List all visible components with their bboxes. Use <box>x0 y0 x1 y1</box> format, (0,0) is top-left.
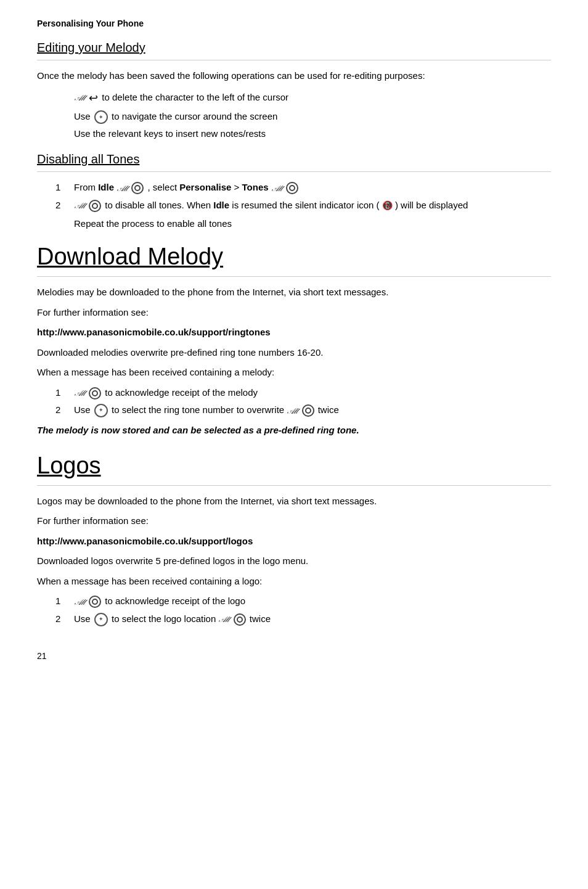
soft-key-icon-1: 𝒜𝓁𝓉 <box>75 92 84 105</box>
nav-icon-2 <box>94 404 108 417</box>
editing-melody-section: Editing your Melody Once the melody has … <box>37 41 551 141</box>
logo-step-2-content: Use to select the logo location 𝒜𝓁𝓉 twic… <box>74 612 551 626</box>
soft-key-icon-7: 𝒜𝓁𝓉 <box>75 596 84 608</box>
disabling-tones-heading: Disabling all Tones <box>37 152 551 166</box>
soft-key-icon-3: 𝒜𝓁𝓉 <box>272 182 282 195</box>
center-btn-1 <box>131 182 144 194</box>
editing-item-2: Use the relevant keys to insert new note… <box>74 126 551 141</box>
download-melody-list: 1 𝒜𝓁𝓉 to acknowledge receipt of the melo… <box>55 386 551 418</box>
logo-step-1-text: to acknowledge receipt of the logo <box>105 596 245 606</box>
logos-para2: For further information see: <box>37 514 551 528</box>
section-divider-4 <box>37 485 551 486</box>
idle-label-2: Idle <box>213 200 229 210</box>
download-step-1: 1 𝒜𝓁𝓉 to acknowledge receipt of the melo… <box>55 386 551 400</box>
nav-icon-1 <box>94 110 108 124</box>
center-btn-7 <box>234 613 246 626</box>
logos-para3: Downloaded logos overwrite 5 pre-defined… <box>37 554 551 568</box>
center-btn-3 <box>89 200 101 212</box>
page-number: 21 <box>37 651 551 661</box>
dl-step-2-content: Use to select the ring tone number to ov… <box>74 403 551 417</box>
step-2-content: 𝒜𝓁𝓉 to disable all tones. When Idle is r… <box>74 199 551 213</box>
logos-para1: Logos may be downloaded to the phone fro… <box>37 494 551 509</box>
editing-item-0: 𝒜𝓁𝓉 ↩ to delete the character to the lef… <box>74 89 551 107</box>
download-melody-heading: Download Melody <box>37 244 551 270</box>
logo-step-2-mid: to select the logo location <box>112 613 218 624</box>
step-num-1: 1 <box>55 181 74 195</box>
download-melody-para2: For further information see: <box>37 306 551 320</box>
logo-step-2-post: twice <box>250 613 271 624</box>
download-melody-url: http://www.panasonicmobile.co.uk/support… <box>37 326 551 340</box>
logos-list: 1 𝒜𝓁𝓉 to acknowledge receipt of the logo… <box>55 594 551 626</box>
back-icon: ↩ <box>89 89 98 107</box>
center-btn-6 <box>89 596 101 608</box>
dl-step-1-text: to acknowledge receipt of the melody <box>105 387 258 398</box>
nav-icon-3 <box>94 613 108 626</box>
soft-key-icon-8: 𝒜𝓁𝓉 <box>219 613 229 626</box>
dl-step-num-1: 1 <box>55 386 74 400</box>
page-num-text: 21 <box>37 651 47 661</box>
soft-key-icon-2: 𝒜𝓁𝓉 <box>117 182 127 195</box>
disabling-tones-section: Disabling all Tones 1 From Idle 𝒜𝓁𝓉 , se… <box>37 152 551 229</box>
download-melody-para3: Downloaded melodies overwrite pre-define… <box>37 346 551 360</box>
logos-heading: Logos <box>37 453 551 479</box>
disabling-tones-list: 1 From Idle 𝒜𝓁𝓉 , select Personalise > T… <box>55 181 551 212</box>
step-num-2: 2 <box>55 199 74 213</box>
center-btn-5 <box>302 404 314 417</box>
logo-step-num-1: 1 <box>55 594 74 608</box>
editing-item-0-text: to delete the character to the left of t… <box>102 92 288 102</box>
logo-step-1-content: 𝒜𝓁𝓉 to acknowledge receipt of the logo <box>74 594 551 608</box>
soft-key-icon-4: 𝒜𝓁𝓉 <box>75 200 84 212</box>
center-btn-4 <box>89 387 101 399</box>
editing-item-2-text: Use the relevant keys to insert new note… <box>74 128 266 139</box>
section-divider-3 <box>37 276 551 277</box>
disabling-step-1: 1 From Idle 𝒜𝓁𝓉 , select Personalise > T… <box>55 181 551 195</box>
center-btn-2 <box>286 182 298 194</box>
editing-melody-heading: Editing your Melody <box>37 41 551 55</box>
soft-key-icon-6: 𝒜𝓁𝓉 <box>287 405 297 417</box>
logos-step-2: 2 Use to select the logo location 𝒜𝓁𝓉 tw… <box>55 612 551 626</box>
disabling-step-2: 2 𝒜𝓁𝓉 to disable all tones. When Idle is… <box>55 199 551 213</box>
idle-label-1: Idle <box>98 182 114 192</box>
download-melody-section: Download Melody Melodies may be download… <box>37 244 551 438</box>
dl-step-1-content: 𝒜𝓁𝓉 to acknowledge receipt of the melody <box>74 386 551 400</box>
step-1-content: From Idle 𝒜𝓁𝓉 , select Personalise > Ton… <box>74 181 551 195</box>
editing-melody-items: 𝒜𝓁𝓉 ↩ to delete the character to the lef… <box>74 89 551 142</box>
personalise-label: Personalise <box>179 182 231 192</box>
download-melody-para1: Melodies may be downloaded to the phone … <box>37 285 551 300</box>
header-title: Personalising Your Phone <box>37 18 144 28</box>
section-divider-2 <box>37 171 551 172</box>
tones-label: Tones <box>242 182 269 192</box>
download-step-2: 2 Use to select the ring tone number to … <box>55 403 551 417</box>
section-divider <box>37 60 551 60</box>
stored-note: The melody is now stored and can be sele… <box>37 424 551 438</box>
download-melody-para4: When a message has been received contain… <box>37 366 551 380</box>
repeat-note: Repeat the process to enable all tones <box>74 218 551 229</box>
silent-indicator-icon: 📵 <box>382 199 393 212</box>
logos-url: http://www.panasonicmobile.co.uk/support… <box>37 535 551 549</box>
page-header: Personalising Your Phone <box>37 18 551 28</box>
dl-step-num-2: 2 <box>55 403 74 417</box>
logos-step-1: 1 𝒜𝓁𝓉 to acknowledge receipt of the logo <box>55 594 551 608</box>
dl-step-2-mid: to select the ring tone number to overwr… <box>112 404 287 415</box>
editing-item-1: Use to navigate the cursor around the sc… <box>74 109 551 124</box>
logos-section: Logos Logos may be downloaded to the pho… <box>37 453 551 626</box>
dl-step-2-post: twice <box>318 404 339 415</box>
editing-melody-intro: Once the melody has been saved the follo… <box>37 69 551 83</box>
logo-step-num-2: 2 <box>55 612 74 626</box>
editing-item-1-text: to navigate the cursor around the screen <box>112 111 277 121</box>
repeat-text: Repeat the process to enable all tones <box>74 218 232 229</box>
logos-para4: When a message has been received contain… <box>37 575 551 589</box>
soft-key-icon-5: 𝒜𝓁𝓉 <box>75 387 84 399</box>
